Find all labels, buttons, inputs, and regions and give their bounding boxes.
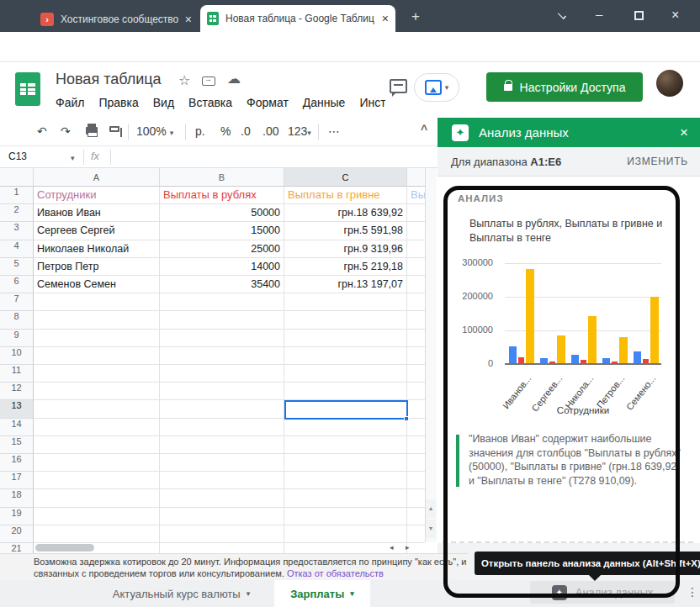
menu-формат[interactable]: Формат: [247, 96, 289, 109]
hide-menus-chevron[interactable]: ^: [421, 123, 427, 136]
format-currency-button[interactable]: р.: [195, 124, 205, 138]
cell-C7[interactable]: [284, 293, 407, 311]
cell-A4[interactable]: Николаев Николай: [34, 240, 160, 258]
column-header-A[interactable]: A: [34, 168, 160, 187]
cell-B3[interactable]: 15000: [160, 222, 284, 240]
row-header-9[interactable]: 9: [0, 330, 34, 347]
explore-button[interactable]: ✦ Анализ данных: [530, 581, 675, 604]
edit-range-button[interactable]: ИЗМЕНИТЬ: [627, 156, 688, 167]
cell-A6[interactable]: Семенов Семен: [34, 276, 160, 293]
grid-corner[interactable]: [0, 168, 34, 187]
row-header-11[interactable]: 11: [0, 365, 34, 383]
cell-A2[interactable]: Иванов Иван: [34, 204, 160, 222]
cell-A13[interactable]: [34, 400, 160, 418]
cell-B7[interactable]: [160, 293, 284, 311]
paint-format-icon[interactable]: [109, 126, 119, 132]
cell-C18[interactable]: [284, 489, 407, 507]
vertical-scrollbar[interactable]: [425, 168, 437, 542]
row-header-12[interactable]: 12: [0, 383, 34, 400]
menu-инструменты[interactable]: Инструменты: [359, 96, 385, 109]
cell-D4[interactable]: [407, 240, 425, 258]
cell-A17[interactable]: [34, 472, 160, 489]
cell-D21[interactable]: [407, 543, 425, 553]
cell-A15[interactable]: [34, 436, 160, 454]
cell-B19[interactable]: [160, 508, 284, 525]
sheet-tab-salaries-active[interactable]: Зарплаты ▾: [274, 580, 370, 607]
cell-A7[interactable]: [34, 293, 160, 311]
window-maximize-button[interactable]: [634, 11, 644, 20]
cell-A10[interactable]: [34, 347, 160, 365]
tab-close-icon[interactable]: ×: [178, 13, 199, 26]
name-box[interactable]: C13: [8, 150, 27, 162]
cell-B18[interactable]: [160, 489, 284, 507]
fill-handle[interactable]: [404, 416, 409, 421]
cell-A8[interactable]: [34, 311, 160, 329]
cell-B21[interactable]: [160, 543, 284, 553]
cell-C4[interactable]: грн.9 319,96: [284, 240, 407, 258]
cell-D8[interactable]: [407, 311, 425, 329]
menu-вставка[interactable]: Вставка: [188, 96, 232, 109]
cell-C10[interactable]: [284, 347, 407, 365]
row-header-17[interactable]: 17: [0, 472, 34, 489]
row-header-13[interactable]: 13: [0, 400, 34, 418]
share-access-button[interactable]: Настройки Доступа: [486, 72, 643, 102]
row-header-16[interactable]: 16: [0, 454, 34, 472]
menu-правка[interactable]: Правка: [98, 96, 138, 109]
cell-B13[interactable]: [160, 400, 284, 418]
cell-D6[interactable]: [407, 276, 425, 293]
menu-вид[interactable]: Вид: [153, 96, 174, 109]
cell-A14[interactable]: [34, 419, 160, 436]
cell-D12[interactable]: [407, 383, 425, 400]
column-header-B[interactable]: B: [160, 168, 284, 187]
scroll-up-icon[interactable]: ▴: [426, 499, 436, 518]
cell-A20[interactable]: [34, 525, 160, 543]
cell-D9[interactable]: [407, 330, 425, 347]
scroll-down-icon[interactable]: ▾: [426, 520, 436, 538]
cell-C14[interactable]: [284, 419, 407, 436]
cell-D13[interactable]: [407, 400, 425, 418]
row-header-1[interactable]: 1: [0, 187, 34, 204]
cell-C17[interactable]: [284, 472, 407, 489]
cell-C2[interactable]: грн.18 639,92: [284, 204, 407, 222]
cell-A18[interactable]: [34, 489, 160, 507]
favorite-star-icon[interactable]: ☆: [178, 72, 190, 88]
decrease-decimals-button[interactable]: .0: [241, 124, 251, 138]
tab-close-icon[interactable]: ×: [375, 12, 395, 25]
present-button[interactable]: ▾: [414, 73, 459, 102]
cell-C9[interactable]: [284, 330, 407, 347]
row-header-21[interactable]: 21: [0, 543, 34, 553]
row-header-4[interactable]: 4: [0, 240, 34, 258]
redo-icon[interactable]: ↷: [61, 124, 71, 138]
cell-C1[interactable]: Выплаты в гривне: [284, 187, 407, 204]
cell-D3[interactable]: [407, 222, 425, 240]
cell-B12[interactable]: [160, 383, 284, 400]
cell-D2[interactable]: [407, 204, 425, 222]
cell-D1[interactable]: Выплаты в тенге: [407, 187, 425, 204]
row-header-10[interactable]: 10: [0, 347, 34, 365]
chevron-down-icon[interactable]: ▾: [71, 154, 75, 162]
row-header-7[interactable]: 7: [0, 293, 34, 311]
move-to-folder-icon[interactable]: [202, 77, 215, 86]
cell-B10[interactable]: [160, 347, 284, 365]
window-minimize-button[interactable]: –: [596, 7, 602, 21]
cell-A11[interactable]: [34, 365, 160, 383]
cell-D11[interactable]: [407, 365, 425, 383]
cell-B20[interactable]: [160, 525, 284, 543]
row-header-2[interactable]: 2: [0, 204, 34, 222]
cell-C15[interactable]: [284, 436, 407, 454]
cell-B11[interactable]: [160, 365, 284, 383]
cell-B2[interactable]: 50000: [160, 204, 284, 222]
cell-B5[interactable]: 14000: [160, 258, 284, 276]
row-header-14[interactable]: 14: [0, 419, 34, 436]
cell-B8[interactable]: [160, 311, 284, 329]
cell-B6[interactable]: 35400: [160, 276, 284, 293]
more-formats-button[interactable]: 123▾: [288, 124, 311, 138]
cell-A5[interactable]: Петров Петр: [34, 258, 160, 276]
cell-B4[interactable]: 25000: [160, 240, 284, 258]
more-toolbar-icon[interactable]: ⋯: [328, 124, 340, 138]
cell-D16[interactable]: [407, 454, 425, 472]
cell-B15[interactable]: [160, 436, 284, 454]
cell-A19[interactable]: [34, 508, 160, 525]
cell-C16[interactable]: [284, 454, 407, 472]
new-tab-button[interactable]: +: [406, 7, 426, 27]
